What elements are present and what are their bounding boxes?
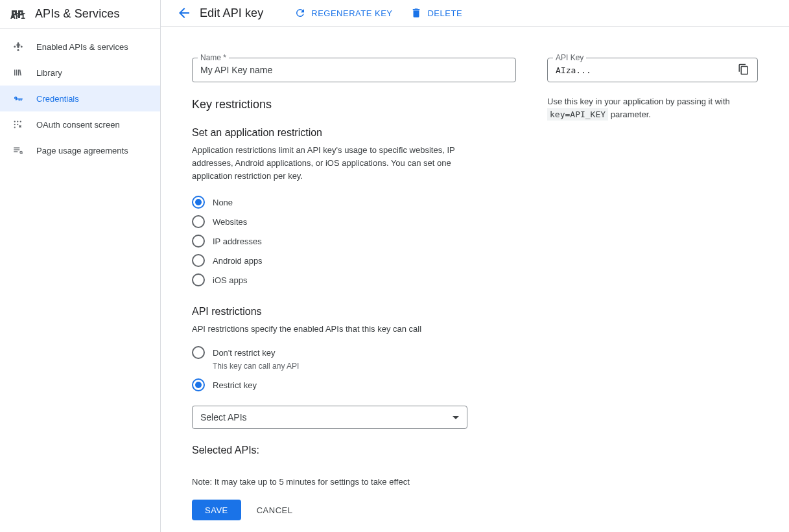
svg-point-10	[14, 46, 16, 48]
sidebar-nav: Enabled APIs & services Library Credenti…	[0, 29, 160, 163]
key-icon	[10, 91, 26, 106]
sidebar-item-label: Credentials	[36, 94, 79, 104]
sidebar-item-library[interactable]: Library	[0, 60, 160, 86]
radio-websites[interactable]: Websites	[192, 214, 516, 229]
radio-label: Websites	[213, 217, 247, 227]
radio-icon	[192, 196, 205, 209]
radio-icon	[192, 215, 205, 228]
radio-ios-apps[interactable]: iOS apps	[192, 272, 516, 288]
sidebar-item-label: OAuth consent screen	[36, 120, 120, 130]
app-restriction-desc: Application restrictions limit an API ke…	[192, 144, 464, 183]
api-key-helper-text: Use this key in your application by pass…	[547, 95, 758, 121]
radio-icon	[192, 273, 205, 286]
sidebar-item-credentials[interactable]: Credentials	[0, 86, 160, 111]
trash-icon	[410, 7, 422, 19]
delete-label: Delete	[427, 8, 462, 18]
refresh-icon	[294, 7, 306, 19]
sidebar-item-enabled-apis[interactable]: Enabled APIs & services	[0, 34, 160, 60]
sidebar-item-label: Enabled APIs & services	[36, 42, 128, 52]
api-key-value: AIza...	[556, 65, 738, 75]
radio-restrict-key[interactable]: Restrict key	[192, 377, 516, 393]
back-button[interactable]	[171, 0, 197, 26]
toolbar: Edit API key Regenerate Key Delete	[161, 0, 789, 27]
sidebar-item-label: Library	[36, 68, 62, 78]
agreements-icon	[10, 143, 26, 158]
svg-point-12	[18, 42, 19, 44]
cancel-button[interactable]: CANCEL	[257, 505, 293, 515]
svg-text:API: API	[10, 11, 25, 21]
name-field-wrap: Name *	[192, 58, 516, 82]
select-placeholder: Select APIs	[200, 412, 247, 422]
page-title: Edit API key	[200, 6, 263, 20]
save-button[interactable]: SAVE	[192, 500, 241, 520]
consent-screen-icon	[10, 117, 26, 132]
radio-label: Don't restrict key	[213, 348, 275, 358]
api-key-label: API Key	[553, 53, 586, 62]
radio-none[interactable]: None	[192, 194, 516, 210]
sidebar-header: API APIs & Services	[0, 0, 160, 29]
radio-icon	[192, 346, 205, 359]
radio-android-apps[interactable]: Android apps	[192, 253, 516, 268]
copy-icon	[738, 64, 749, 75]
copy-button[interactable]	[738, 64, 749, 77]
code-snippet: key=API_KEY	[547, 108, 608, 121]
radio-icon	[192, 378, 205, 391]
api-restriction-desc: API restrictions specify the enabled API…	[192, 323, 464, 336]
api-restriction-heading: API restrictions	[192, 306, 516, 318]
radio-sublabel: This key can call any API	[213, 362, 516, 371]
select-apis-dropdown[interactable]: Select APIs	[192, 406, 467, 429]
app-restriction-radios: None Websites IP addresses Android apps	[192, 194, 516, 288]
api-key-field-wrap: API Key AIza...	[547, 58, 758, 82]
radio-label: Android apps	[213, 256, 263, 266]
svg-point-16	[14, 124, 16, 125]
svg-point-13	[18, 49, 19, 51]
svg-point-18	[17, 121, 18, 122]
radio-label: IP addresses	[213, 237, 262, 246]
radio-icon	[192, 254, 205, 267]
library-icon	[10, 65, 26, 80]
sidebar: API APIs & Services Enabled APIs & servi…	[0, 0, 161, 532]
key-restrictions-heading: Key restrictions	[192, 98, 516, 111]
settings-note: Note: It may take up to 5 minutes for se…	[192, 477, 516, 487]
svg-point-19	[17, 124, 18, 125]
sidebar-item-oauth-consent[interactable]: OAuth consent screen	[0, 111, 160, 137]
regenerate-key-button[interactable]: Regenerate Key	[294, 7, 392, 19]
selected-apis-heading: Selected APIs:	[192, 445, 516, 456]
delete-button[interactable]: Delete	[410, 7, 462, 19]
svg-point-14	[17, 45, 19, 48]
name-label: Name *	[198, 53, 229, 62]
sidebar-item-page-usage[interactable]: Page usage agreements	[0, 137, 160, 163]
name-input[interactable]	[200, 65, 508, 75]
svg-point-20	[20, 121, 21, 122]
app-restriction-heading: Set an application restriction	[192, 127, 516, 139]
radio-icon	[192, 235, 205, 248]
svg-point-17	[14, 126, 16, 128]
svg-point-15	[14, 121, 16, 122]
api-restriction-radios: Don't restrict key This key can call any…	[192, 345, 516, 393]
svg-point-11	[21, 46, 23, 48]
regenerate-label: Regenerate Key	[311, 8, 392, 18]
radio-label: None	[213, 198, 233, 207]
radio-label: iOS apps	[213, 275, 247, 285]
product-title: APIs & Services	[35, 7, 120, 21]
radio-label: Restrict key	[213, 380, 257, 390]
main-content: Edit API key Regenerate Key Delete Name …	[161, 0, 789, 532]
api-logo-icon: API	[10, 6, 26, 22]
dashboard-icon	[10, 39, 26, 54]
radio-ip-addresses[interactable]: IP addresses	[192, 233, 516, 249]
sidebar-item-label: Page usage agreements	[36, 146, 128, 156]
radio-dont-restrict[interactable]: Don't restrict key	[192, 345, 516, 360]
chevron-down-icon	[453, 416, 459, 419]
footer-buttons: SAVE CANCEL	[192, 500, 516, 520]
